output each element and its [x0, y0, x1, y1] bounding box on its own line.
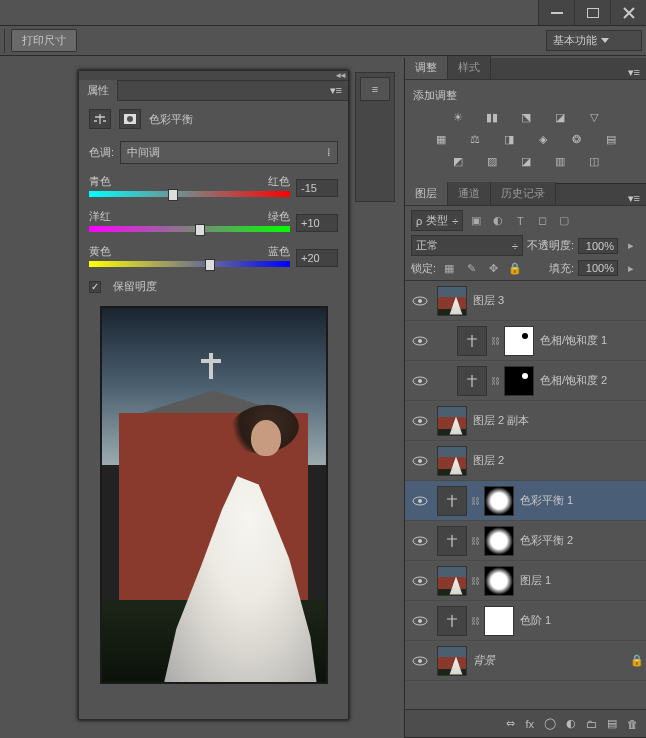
styles-tab[interactable]: 样式 — [448, 56, 491, 79]
mask-thumb[interactable] — [504, 366, 534, 396]
lock-brush-icon[interactable]: ✎ — [462, 260, 480, 276]
layers-menu[interactable]: ▾≡ — [622, 192, 646, 205]
layer-name[interactable]: 色相/饱和度 1 — [540, 333, 642, 348]
slider-thumb[interactable] — [168, 189, 178, 201]
tone-select[interactable]: 中间调 ⁞ — [120, 141, 338, 164]
opacity-input[interactable]: 100% — [578, 238, 618, 254]
posterize-icon[interactable]: ▨ — [482, 153, 502, 169]
slider-thumb[interactable] — [205, 259, 215, 271]
close-button[interactable] — [610, 0, 646, 25]
slider-value-input[interactable]: -15 — [296, 179, 338, 197]
hue-icon[interactable]: ▦ — [431, 131, 451, 147]
lock-move-icon[interactable]: ✥ — [484, 260, 502, 276]
selectivecolor-icon[interactable]: ◫ — [584, 153, 604, 169]
filter-pixel-icon[interactable]: ▣ — [467, 213, 485, 229]
layer-name[interactable]: 色彩平衡 1 — [520, 493, 642, 508]
visibility-toggle[interactable] — [409, 496, 431, 506]
panel-collapse-bar[interactable]: ◄◄ — [79, 71, 348, 81]
layer-name[interactable]: 图层 3 — [473, 293, 642, 308]
mask-thumb[interactable] — [484, 566, 514, 596]
mask-icon[interactable] — [119, 109, 141, 129]
history-tab[interactable]: 历史记录 — [491, 182, 556, 205]
filter-adjust-icon[interactable]: ◐ — [489, 213, 507, 229]
adjustment-thumb[interactable] — [437, 526, 467, 556]
colorbalance-icon[interactable]: ⚖ — [465, 131, 485, 147]
visibility-toggle[interactable] — [409, 616, 431, 626]
slider-track[interactable] — [89, 191, 290, 201]
filter-kind-select[interactable]: ρ类型÷ — [411, 210, 463, 231]
adjustments-menu[interactable]: ▾≡ — [622, 66, 646, 79]
add-mask-icon[interactable]: ◯ — [544, 717, 556, 730]
blend-mode-select[interactable]: 正常÷ — [411, 235, 523, 256]
adjustment-thumb[interactable] — [437, 606, 467, 636]
print-size-button[interactable]: 打印尺寸 — [11, 29, 77, 52]
workspace-switcher[interactable]: 基本功能 — [546, 30, 642, 51]
link-icon[interactable]: ⛓ — [471, 576, 480, 586]
photofilter-icon[interactable]: ◈ — [533, 131, 553, 147]
minimize-button[interactable] — [538, 0, 574, 25]
new-adjustment-icon[interactable]: ◐ — [566, 717, 576, 730]
invert-icon[interactable]: ◩ — [448, 153, 468, 169]
new-layer-icon[interactable]: ▤ — [607, 717, 617, 730]
layer-thumb[interactable] — [437, 286, 467, 316]
layer-thumb[interactable] — [437, 646, 467, 676]
brightness-icon[interactable]: ☀ — [448, 109, 468, 125]
layer-name[interactable]: 背景 — [473, 653, 624, 668]
visibility-toggle[interactable] — [409, 656, 431, 666]
link-icon[interactable]: ⛓ — [471, 496, 480, 506]
levels-icon[interactable]: ▮▮ — [482, 109, 502, 125]
adjustment-thumb[interactable] — [457, 326, 487, 356]
layer-thumb[interactable] — [437, 406, 467, 436]
layer-row[interactable]: 背景 🔒 — [405, 641, 646, 681]
layer-name[interactable]: 图层 1 — [520, 573, 642, 588]
layer-name[interactable]: 色彩平衡 2 — [520, 533, 642, 548]
link-icon[interactable]: ⛓ — [471, 536, 480, 546]
layer-name[interactable]: 色相/饱和度 2 — [540, 373, 642, 388]
visibility-toggle[interactable] — [409, 416, 431, 426]
layer-row[interactable]: ⛓ 色彩平衡 2 — [405, 521, 646, 561]
adjustment-thumb[interactable] — [457, 366, 487, 396]
layer-row[interactable]: ⛓ 色相/饱和度 2 — [405, 361, 646, 401]
layer-name[interactable]: 图层 2 副本 — [473, 413, 642, 428]
panel-menu-button[interactable]: ▾≡ — [324, 84, 348, 97]
link-icon[interactable]: ⛓ — [491, 376, 500, 386]
layers-tab[interactable]: 图层 — [405, 182, 448, 205]
lock-pixels-icon[interactable]: ▦ — [440, 260, 458, 276]
delete-layer-icon[interactable]: 🗑 — [627, 718, 638, 730]
new-group-icon[interactable]: 🗀 — [586, 718, 597, 730]
channels-tab[interactable]: 通道 — [448, 182, 491, 205]
strip-icon-1[interactable]: ≡ — [360, 77, 390, 101]
layer-fx-icon[interactable]: fx — [525, 718, 534, 730]
visibility-toggle[interactable] — [409, 336, 431, 346]
adjustment-thumb[interactable] — [437, 486, 467, 516]
visibility-toggle[interactable] — [409, 456, 431, 466]
layer-row[interactable]: ⛓ 色彩平衡 1 — [405, 481, 646, 521]
mask-thumb[interactable] — [484, 486, 514, 516]
colorlut-icon[interactable]: ▤ — [601, 131, 621, 147]
exposure-icon[interactable]: ◪ — [550, 109, 570, 125]
layer-name[interactable]: 图层 2 — [473, 453, 642, 468]
layer-row[interactable]: 图层 3 — [405, 281, 646, 321]
slider-track[interactable] — [89, 261, 290, 271]
preserve-luminosity-checkbox[interactable] — [89, 281, 101, 293]
opacity-flyout[interactable]: ▸ — [622, 238, 640, 254]
curves-icon[interactable]: ⬔ — [516, 109, 536, 125]
layer-row[interactable]: ⛓ 色相/饱和度 1 — [405, 321, 646, 361]
bw-icon[interactable]: ◨ — [499, 131, 519, 147]
slider-track[interactable] — [89, 226, 290, 236]
filter-type-icon[interactable]: T — [511, 213, 529, 229]
gradientmap-icon[interactable]: ▥ — [550, 153, 570, 169]
filter-shape-icon[interactable]: ◻ — [533, 213, 551, 229]
slider-value-input[interactable]: +20 — [296, 249, 338, 267]
layer-row[interactable]: ⛓ 色阶 1 — [405, 601, 646, 641]
layer-thumb[interactable] — [437, 446, 467, 476]
layer-row[interactable]: ⛓ 图层 1 — [405, 561, 646, 601]
visibility-toggle[interactable] — [409, 576, 431, 586]
lock-all-icon[interactable]: 🔒 — [506, 260, 524, 276]
properties-tab[interactable]: 属性 — [79, 80, 118, 101]
mask-thumb[interactable] — [484, 526, 514, 556]
slider-thumb[interactable] — [195, 224, 205, 236]
threshold-icon[interactable]: ◪ — [516, 153, 536, 169]
visibility-toggle[interactable] — [409, 536, 431, 546]
layer-row[interactable]: 图层 2 — [405, 441, 646, 481]
